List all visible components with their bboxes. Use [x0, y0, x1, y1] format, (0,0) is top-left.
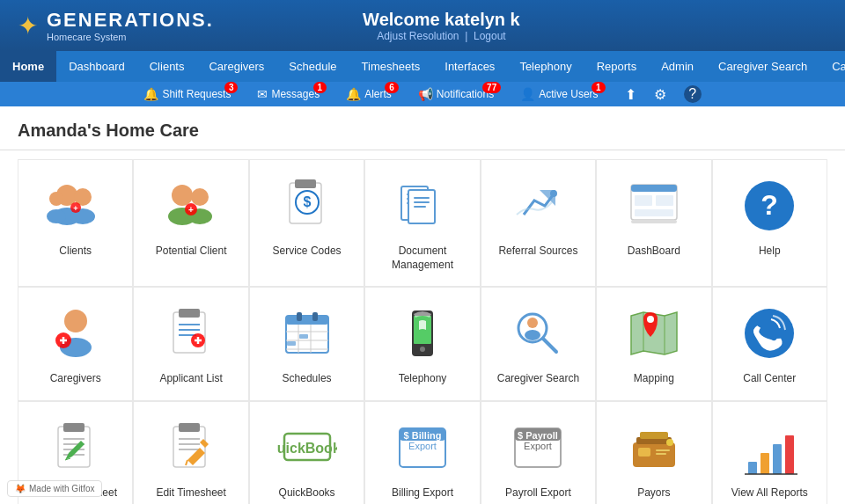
active-users-notif[interactable]: 👤 1 Active Users [520, 87, 598, 101]
call-center-icon [739, 303, 799, 363]
nav-bar: Home Dashboard Clients Caregivers Schedu… [0, 51, 845, 82]
shift-requests-notif[interactable]: 🔔 3 Shift Requests [143, 87, 231, 101]
potential-client-icon: + [161, 176, 221, 236]
question-icon: ? [684, 85, 702, 103]
svg-point-5 [47, 209, 66, 223]
help-icon-cell[interactable]: ? Help [712, 159, 827, 287]
payors-icon-cell[interactable]: Payors [596, 401, 711, 504]
svg-text:QuickBooks: QuickBooks [277, 441, 337, 456]
email-icon: ✉ [257, 87, 268, 101]
nav-home[interactable]: Home [0, 51, 56, 82]
call-center-icon-cell[interactable]: Call Center [712, 287, 827, 401]
nav-reports[interactable]: Reports [584, 51, 650, 82]
nav-admin[interactable]: Admin [649, 51, 706, 82]
view-all-reports-icon [739, 418, 799, 478]
alerts-badge: 6 [385, 82, 399, 93]
clients-icon-cell[interactable]: + Clients [18, 159, 133, 287]
caregiver-search-icon [508, 303, 568, 363]
nav-call-center[interactable]: Call Center [819, 51, 845, 82]
nav-caregivers[interactable]: Caregivers [196, 51, 276, 82]
svg-rect-60 [414, 316, 431, 344]
svg-text:$ Billing: $ Billing [404, 430, 442, 441]
quickbooks-icon-cell[interactable]: QuickBooks QuickBooks [249, 401, 364, 504]
schedules-icon [277, 303, 337, 363]
upload-button[interactable]: ⬆ [625, 86, 636, 103]
messages-badge: 1 [313, 82, 327, 93]
nav-dashboard[interactable]: Dashboard [56, 51, 137, 82]
svg-rect-98 [656, 449, 670, 451]
service-codes-icon: $ [277, 176, 337, 236]
service-codes-icon-cell[interactable]: $ Service Codes [249, 159, 364, 287]
payroll-export-label: Payroll Export [505, 486, 571, 500]
svg-rect-55 [297, 312, 302, 321]
document-management-icon [393, 176, 452, 236]
dashboard-label: DashBoard [628, 245, 680, 259]
alerts-notif[interactable]: 🔔 6 Alerts [346, 87, 392, 101]
billing-export-icon-cell[interactable]: $ Billing Export Billing Export [364, 401, 480, 504]
svg-point-10 [191, 188, 209, 206]
notification-bar: 🔔 3 Shift Requests ✉ 1 Messages 🔔 6 Aler… [0, 82, 845, 106]
icon-grid: + Clients + Potential Client $ [0, 150, 845, 504]
nav-caregiver-search[interactable]: Caregiver Search [706, 51, 819, 82]
nav-interfaces[interactable]: Interfaces [432, 51, 507, 82]
nav-clients[interactable]: Clients [137, 51, 197, 82]
dashboard-icon-cell[interactable]: DashBoard [596, 159, 711, 287]
clients-label: Clients [59, 245, 92, 259]
svg-rect-41 [179, 309, 200, 318]
potential-client-icon-cell[interactable]: + Potential Client [133, 159, 248, 287]
svg-text:Export: Export [408, 441, 437, 451]
edit-timesheet-label: Edit Timesheet [156, 486, 225, 500]
svg-text:$ Payroll: $ Payroll [518, 430, 558, 441]
svg-rect-79 [179, 423, 200, 432]
call-center-label: Call Center [743, 372, 796, 386]
svg-text:+: + [188, 205, 194, 215]
applicant-list-label: Applicant List [159, 372, 222, 386]
svg-rect-15 [295, 179, 316, 188]
svg-point-8 [172, 185, 193, 206]
billing-export-label: Billing Export [392, 486, 453, 500]
brand-sub: Homecare System [47, 32, 214, 42]
gitfox-label: Made with Gitfox [29, 484, 94, 493]
messages-notif[interactable]: ✉ 1 Messages [257, 87, 320, 101]
applicant-list-icon-cell[interactable]: Applicant List [133, 287, 248, 401]
svg-rect-30 [656, 195, 673, 206]
notifications-badge: 77 [482, 82, 501, 93]
svg-point-69 [647, 316, 654, 323]
clients-icon: + [46, 176, 106, 236]
create-timesheet-icon [46, 418, 106, 478]
schedules-icon-cell[interactable]: Schedules [249, 287, 364, 401]
caregiver-search-icon-cell[interactable]: Caregiver Search [481, 287, 596, 401]
svg-rect-72 [63, 423, 84, 432]
upload-icon: ⬆ [625, 86, 636, 103]
adjust-resolution-link[interactable]: Adjust Resolution [377, 30, 459, 42]
svg-point-61 [420, 347, 425, 352]
referral-sources-icon-cell[interactable]: Referral Sources [481, 159, 596, 287]
caregivers-label: Caregivers [50, 372, 101, 386]
caregivers-icon [46, 303, 106, 363]
mapping-icon-cell[interactable]: Mapping [596, 287, 711, 401]
document-management-icon-cell[interactable]: Document Management [364, 159, 480, 287]
settings-button[interactable]: ⚙ [654, 86, 666, 103]
svg-text:$: $ [303, 194, 311, 209]
svg-rect-28 [631, 185, 677, 192]
referral-sources-icon [508, 176, 568, 236]
notifications-notif[interactable]: 📢 77 Notifications [418, 87, 494, 101]
nav-schedule[interactable]: Schedule [276, 51, 349, 82]
top-header: ✦ GENERATIONS. Homecare System Welcome k… [0, 0, 845, 51]
telephony-icon-cell[interactable]: Telephony [364, 287, 480, 401]
quickbooks-icon: QuickBooks [277, 418, 337, 478]
payroll-export-icon-cell[interactable]: $ Payroll Export Payroll Export [481, 401, 596, 504]
svg-rect-99 [656, 453, 666, 455]
nav-timesheets[interactable]: Timesheets [349, 51, 433, 82]
welcome-text: Welcome katelyn k [363, 10, 520, 30]
logout-link[interactable]: Logout [474, 30, 506, 42]
view-all-reports-icon-cell[interactable]: View All Reports [712, 401, 827, 504]
brand-name: GENERATIONS. [47, 9, 214, 32]
alert-bell-icon: 🔔 [346, 87, 361, 101]
caregivers-icon-cell[interactable]: Caregivers [18, 287, 133, 401]
nav-telephony[interactable]: Telephony [507, 51, 584, 82]
edit-timesheet-icon-cell[interactable]: Edit Timesheet [133, 401, 248, 504]
svg-text:+: + [73, 204, 77, 213]
help-button[interactable]: ? [684, 85, 702, 103]
svg-rect-97 [638, 448, 650, 457]
